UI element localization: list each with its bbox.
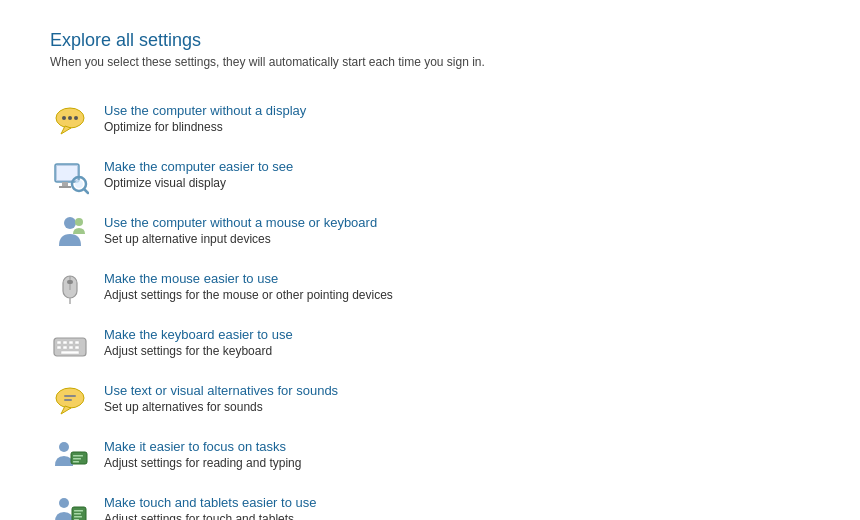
setting-link-touch[interactable]: Make touch and tablets easier to use [104,495,316,510]
setting-item-easier-to-see: Make the computer easier to see Optimize… [50,149,810,205]
svg-point-4 [74,116,78,120]
setting-text-keyboard: Make the keyboard easier to use Adjust s… [104,325,293,358]
setting-link-keyboard[interactable]: Make the keyboard easier to use [104,327,293,342]
page-title: Explore all settings [50,30,810,51]
svg-rect-16 [67,280,73,284]
svg-rect-36 [73,461,79,463]
keyboard-icon [50,325,90,365]
setting-link-display[interactable]: Use the computer without a display [104,103,306,118]
svg-rect-8 [59,186,71,188]
setting-desc-mouse: Adjust settings for the mouse or other p… [104,288,393,302]
settings-list: Use the computer without a display Optim… [50,93,810,520]
setting-desc-keyboard: Adjust settings for the keyboard [104,344,293,358]
setting-desc-display: Optimize for blindness [104,120,306,134]
svg-point-37 [59,498,69,508]
svg-rect-26 [75,346,79,349]
setting-item-no-mouse-keyboard: Use the computer without a mouse or keyb… [50,205,810,261]
touch-icon [50,493,90,520]
setting-desc-easier-to-see: Optimize visual display [104,176,293,190]
page-subtitle: When you select these settings, they wil… [50,55,810,69]
magnify-icon [50,157,90,197]
svg-rect-40 [74,513,81,515]
svg-point-3 [68,116,72,120]
setting-desc-touch: Adjust settings for touch and tablets [104,512,316,520]
sound-icon [50,381,90,421]
svg-point-10 [75,180,83,188]
setting-text-no-mouse-keyboard: Use the computer without a mouse or keyb… [104,213,377,246]
setting-text-display: Use the computer without a display Optim… [104,101,306,134]
setting-link-easier-to-see[interactable]: Make the computer easier to see [104,159,293,174]
person-icon [50,213,90,253]
svg-rect-23 [57,346,61,349]
svg-rect-25 [69,346,73,349]
svg-rect-20 [63,341,67,344]
setting-item-sound: Use text or visual alternatives for soun… [50,373,810,429]
setting-desc-tasks: Adjust settings for reading and typing [104,456,301,470]
setting-item-keyboard: Make the keyboard easier to use Adjust s… [50,317,810,373]
svg-rect-41 [74,516,82,518]
tasks-icon [50,437,90,477]
svg-marker-29 [61,406,71,414]
svg-point-28 [56,388,84,408]
setting-item-tasks: Make it easier to focus on tasks Adjust … [50,429,810,485]
svg-line-11 [84,189,88,193]
setting-text-sound: Use text or visual alternatives for soun… [104,381,338,414]
setting-item-display: Use the computer without a display Optim… [50,93,810,149]
svg-rect-7 [62,182,68,186]
svg-rect-34 [73,455,83,457]
svg-rect-39 [74,510,83,512]
svg-rect-35 [73,458,81,460]
setting-link-tasks[interactable]: Make it easier to focus on tasks [104,439,301,454]
svg-rect-24 [63,346,67,349]
setting-text-tasks: Make it easier to focus on tasks Adjust … [104,437,301,470]
mouse-icon [50,269,90,309]
setting-link-sound[interactable]: Use text or visual alternatives for soun… [104,383,338,398]
setting-text-easier-to-see: Make the computer easier to see Optimize… [104,157,293,190]
setting-item-touch: Make touch and tablets easier to use Adj… [50,485,810,520]
setting-item-mouse: Make the mouse easier to use Adjust sett… [50,261,810,317]
svg-rect-31 [64,399,72,401]
svg-point-2 [62,116,66,120]
svg-rect-30 [64,395,76,397]
svg-point-12 [64,217,76,229]
svg-point-32 [59,442,69,452]
svg-point-13 [75,218,83,226]
setting-link-mouse[interactable]: Make the mouse easier to use [104,271,393,286]
setting-desc-sound: Set up alternatives for sounds [104,400,338,414]
svg-rect-19 [57,341,61,344]
setting-desc-no-mouse-keyboard: Set up alternative input devices [104,232,377,246]
svg-rect-22 [75,341,79,344]
setting-link-no-mouse-keyboard[interactable]: Use the computer without a mouse or keyb… [104,215,377,230]
setting-text-touch: Make touch and tablets easier to use Adj… [104,493,316,520]
svg-marker-1 [61,126,71,134]
setting-text-mouse: Make the mouse easier to use Adjust sett… [104,269,393,302]
svg-rect-27 [61,351,79,354]
display-icon [50,101,90,141]
svg-rect-21 [69,341,73,344]
